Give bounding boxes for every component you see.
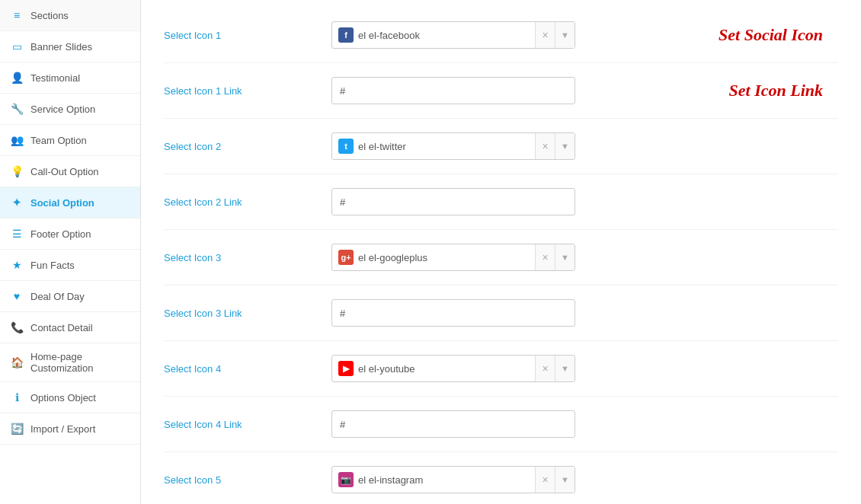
main-content: Select Icon 1 f el el-facebook × ▼ Set S… xyxy=(141,0,861,504)
social-icon: ✦ xyxy=(9,195,24,210)
sidebar-item-label: Social Option xyxy=(30,197,94,209)
select-inner-icon3: g+ el el-googleplus xyxy=(332,244,535,270)
control-icon3-link xyxy=(331,299,838,327)
sidebar-item-contact-detail[interactable]: 📞 Contact Detail xyxy=(0,312,140,343)
label-icon4: Select Icon 4 xyxy=(164,363,331,375)
select-clear-icon3[interactable]: × xyxy=(535,244,555,270)
form-row-icon1: Select Icon 1 f el el-facebook × ▼ Set S… xyxy=(164,8,838,63)
form-row-icon2: Select Icon 2 t el el-twitter × ▼ xyxy=(164,119,838,174)
select-inner-icon1: f el el-facebook xyxy=(332,22,535,48)
sidebar-item-service-option[interactable]: 🔧 Service Option xyxy=(0,94,140,125)
label-icon1: Select Icon 1 xyxy=(164,30,331,41)
sidebar-item-deal-of-day[interactable]: ♥ Deal Of Day xyxy=(0,281,140,312)
homepage-icon: 🏠 xyxy=(9,355,24,370)
fb-badge: f xyxy=(338,27,354,43)
label-icon2-link: Select Icon 2 Link xyxy=(164,196,331,208)
facts-icon: ★ xyxy=(9,257,24,273)
testimonial-icon: 👤 xyxy=(9,70,24,85)
label-icon5: Select Icon 5 xyxy=(164,474,331,486)
sidebar-item-label: Fun Facts xyxy=(30,260,75,271)
select-text-icon2: el el-twitter xyxy=(358,141,529,152)
label-icon3-link: Select Icon 3 Link xyxy=(164,308,331,319)
select-inner-icon5: 📷 el el-instagram xyxy=(332,467,535,493)
select-arrow-icon5[interactable]: ▼ xyxy=(555,467,575,493)
sidebar-item-label: Service Option xyxy=(30,104,95,115)
form-row-icon3-link: Select Icon 3 Link xyxy=(164,285,838,341)
select-text-icon4: el el-youtube xyxy=(358,363,529,375)
ig-badge: 📷 xyxy=(338,472,354,487)
select-arrow-icon1[interactable]: ▼ xyxy=(555,22,575,48)
sidebar: ≡ Sections ▭ Banner Slides 👤 Testimonial… xyxy=(0,0,141,504)
contact-icon: 📞 xyxy=(9,320,24,335)
select-text-icon3: el el-googleplus xyxy=(358,252,529,263)
sidebar-item-label: Banner Slides xyxy=(30,41,92,53)
hint-social-badge: Set Social Icon xyxy=(719,25,823,45)
form-row-icon5: Select Icon 5 📷 el el-instagram × ▼ xyxy=(164,452,838,504)
sidebar-item-label: Call-Out Option xyxy=(30,166,99,177)
sidebar-item-import-export[interactable]: 🔄 Import / Export xyxy=(0,413,140,445)
select-icon1[interactable]: f el el-facebook × ▼ xyxy=(331,21,575,49)
label-icon4-link: Select Icon 4 Link xyxy=(164,419,331,430)
sidebar-item-label: Options Object xyxy=(30,392,96,404)
label-icon3: Select Icon 3 xyxy=(164,252,331,263)
sidebar-item-options-object[interactable]: ℹ Options Object xyxy=(0,382,140,413)
service-icon: 🔧 xyxy=(9,101,24,116)
sidebar-item-label: Home-page Customization xyxy=(30,351,131,374)
control-icon5: 📷 el el-instagram × ▼ xyxy=(331,466,838,493)
sidebar-item-call-out-option[interactable]: 💡 Call-Out Option xyxy=(0,156,140,187)
form-row-icon3: Select Icon 3 g+ el el-googleplus × ▼ xyxy=(164,230,838,285)
import-export-icon: 🔄 xyxy=(9,421,24,436)
input-icon4-link[interactable] xyxy=(331,410,575,438)
form-row-icon4-link: Select Icon 4 Link xyxy=(164,397,838,452)
footer-icon: ☰ xyxy=(9,226,24,241)
hint-set-link-text: Set Icon Link xyxy=(729,81,823,100)
input-icon2-link[interactable] xyxy=(331,188,575,215)
sidebar-item-fun-facts[interactable]: ★ Fun Facts xyxy=(0,250,140,281)
label-icon1-link: Select Icon 1 Link xyxy=(164,85,331,97)
select-icon4[interactable]: ▶ el el-youtube × ▼ xyxy=(331,355,575,382)
select-text-icon1: el el-facebook xyxy=(358,30,529,41)
options-icon: ℹ xyxy=(9,390,24,405)
gp-badge: g+ xyxy=(338,250,354,265)
select-arrow-icon2[interactable]: ▼ xyxy=(555,133,575,159)
select-text-icon5: el el-instagram xyxy=(358,474,529,486)
sidebar-item-label: Import / Export xyxy=(30,423,95,435)
select-arrow-icon4[interactable]: ▼ xyxy=(555,356,575,381)
sidebar-item-label: Deal Of Day xyxy=(30,291,85,302)
select-icon5[interactable]: 📷 el el-instagram × ▼ xyxy=(331,466,575,493)
sidebar-item-sections[interactable]: ≡ Sections xyxy=(0,0,140,31)
select-icon2[interactable]: t el el-twitter × ▼ xyxy=(331,132,575,160)
sidebar-item-team-option[interactable]: 👥 Team Option xyxy=(0,125,140,156)
input-icon3-link[interactable] xyxy=(331,299,575,327)
form-row-icon1-link: Select Icon 1 Link Set Icon Link xyxy=(164,63,838,119)
control-icon3: g+ el el-googleplus × ▼ xyxy=(331,244,838,271)
sidebar-item-label: Contact Detail xyxy=(30,322,93,333)
control-icon4: ▶ el el-youtube × ▼ xyxy=(331,355,838,382)
tw-badge: t xyxy=(338,139,354,154)
select-clear-icon2[interactable]: × xyxy=(535,133,555,159)
control-icon4-link xyxy=(331,410,838,438)
control-icon2: t el el-twitter × ▼ xyxy=(331,132,838,160)
select-arrow-icon3[interactable]: ▼ xyxy=(555,244,575,270)
sidebar-item-footer-option[interactable]: ☰ Footer Option xyxy=(0,219,140,250)
sidebar-item-label: Testimonial xyxy=(30,72,80,84)
callout-icon: 💡 xyxy=(9,164,24,179)
sidebar-item-label: Sections xyxy=(30,10,69,21)
team-icon: 👥 xyxy=(9,132,24,148)
form-row-icon4: Select Icon 4 ▶ el el-youtube × ▼ xyxy=(164,341,838,397)
select-inner-icon4: ▶ el el-youtube xyxy=(332,356,535,381)
select-clear-icon4[interactable]: × xyxy=(535,356,555,381)
sidebar-item-label: Team Option xyxy=(30,135,87,146)
select-clear-icon5[interactable]: × xyxy=(535,467,555,493)
hint-set-social-text: Set Social Icon xyxy=(719,25,823,44)
select-clear-icon1[interactable]: × xyxy=(535,22,555,48)
input-icon1-link[interactable] xyxy=(331,77,575,104)
form-area: Select Icon 1 f el el-facebook × ▼ Set S… xyxy=(141,0,861,504)
sidebar-item-banner-slides[interactable]: ▭ Banner Slides xyxy=(0,31,140,62)
sidebar-item-homepage-customization[interactable]: 🏠 Home-page Customization xyxy=(0,343,140,382)
sections-icon: ≡ xyxy=(9,8,24,23)
sidebar-item-label: Footer Option xyxy=(30,228,91,240)
sidebar-item-testimonial[interactable]: 👤 Testimonial xyxy=(0,62,140,94)
sidebar-item-social-option[interactable]: ✦ Social Option xyxy=(0,187,140,219)
select-icon3[interactable]: g+ el el-googleplus × ▼ xyxy=(331,244,575,271)
